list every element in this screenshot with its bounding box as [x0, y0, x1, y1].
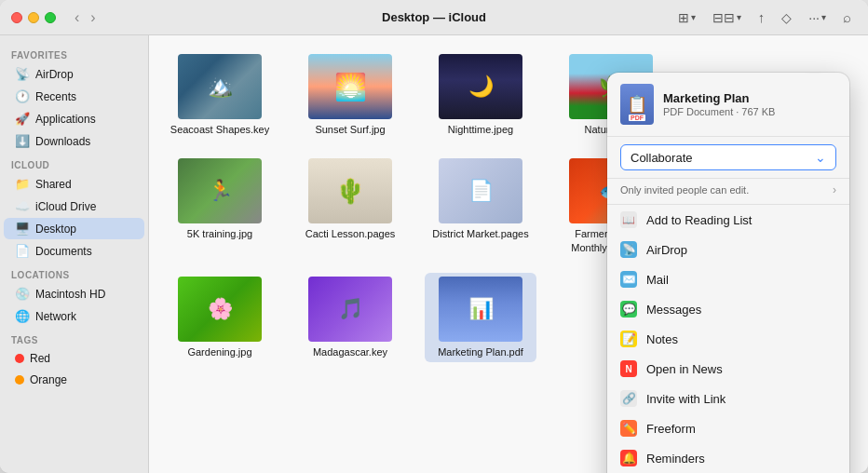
- minimize-button[interactable]: [28, 12, 39, 23]
- file-thumb-seacoast: [178, 54, 262, 119]
- sidebar-section-icloud: iCloud: [0, 153, 148, 172]
- collaborate-select[interactable]: Collaborate ⌄: [620, 144, 836, 170]
- shared-icon: 📁: [15, 177, 30, 191]
- popup-file-name: Marketing Plan: [663, 91, 836, 105]
- popup-file-info: Marketing Plan PDF Document · 767 KB: [663, 91, 836, 117]
- sidebar-item-network[interactable]: 🌐 Network: [4, 305, 144, 327]
- sidebar-item-recents[interactable]: 🕐 Recents: [4, 86, 144, 107]
- messages-label: Messages: [646, 303, 701, 317]
- menu-item-invite-link[interactable]: 🔗 Invite with Link: [607, 384, 849, 413]
- file-thumb-cacti: [308, 158, 392, 223]
- reading-list-icon: 📖: [620, 211, 637, 228]
- popup-collaborate-row: Collaborate ⌄: [607, 137, 849, 179]
- sidebar-item-desktop[interactable]: 🖥️ Desktop: [4, 218, 144, 239]
- file-thumb-sunset: [308, 54, 392, 119]
- file-thumb-marketing: [439, 277, 522, 342]
- search-button[interactable]: ⌕: [837, 7, 857, 28]
- downloads-icon: ⬇️: [15, 134, 30, 148]
- menu-item-messages[interactable]: 💬 Messages: [607, 294, 849, 324]
- sidebar-label-tag-orange: Orange: [30, 373, 67, 386]
- sidebar-item-shared[interactable]: 📁 Shared: [4, 173, 144, 195]
- sidebar-item-airdrop[interactable]: 📡 AirDrop: [4, 63, 144, 85]
- view-toggle-button[interactable]: ⊟⊟ ▾: [707, 7, 747, 28]
- file-item-district[interactable]: District Market.pages: [425, 155, 536, 258]
- sidebar-label-documents: Documents: [35, 245, 92, 258]
- popup-file-icon: 📋: [620, 84, 654, 125]
- back-button[interactable]: ‹: [71, 7, 83, 28]
- sidebar-item-tag-orange[interactable]: Orange: [4, 370, 144, 390]
- menu-item-open-in-news[interactable]: N Open in News: [607, 354, 849, 384]
- freeform-label: Freeform: [646, 422, 696, 436]
- menu-item-freeform[interactable]: ✏️ Freeform: [607, 413, 849, 443]
- file-item-madagascar[interactable]: Madagascar.key: [294, 273, 406, 362]
- popup-invite-hint[interactable]: Only invited people can edit. ›: [607, 179, 849, 205]
- network-icon: 🌐: [15, 309, 30, 323]
- nav-buttons: ‹ ›: [71, 7, 100, 28]
- file-thumb-district: [439, 158, 522, 223]
- collaborate-label: Collaborate: [631, 151, 693, 165]
- menu-item-reading-list[interactable]: 📖 Add to Reading List: [607, 205, 849, 235]
- airdrop-icon: 📡: [15, 67, 30, 81]
- menu-item-mail[interactable]: ✉️ Mail: [607, 264, 849, 294]
- file-item-sunset[interactable]: Sunset Surf.jpg: [294, 50, 406, 140]
- tag-icon: ◇: [781, 10, 792, 25]
- traffic-lights: [11, 12, 56, 23]
- sidebar-label-tag-red: Red: [30, 352, 50, 365]
- sidebar-label-downloads: Downloads: [35, 135, 90, 148]
- file-item-nighttime[interactable]: Nighttime.jpeg: [425, 50, 536, 140]
- documents-icon: 📄: [15, 244, 30, 258]
- ellipsis-icon: ···: [808, 10, 820, 25]
- mail-icon: ✉️: [620, 271, 637, 288]
- view-grid-button[interactable]: ⊞ ▾: [672, 7, 701, 28]
- tag-button[interactable]: ◇: [776, 7, 797, 28]
- freeform-icon: ✏️: [620, 420, 637, 437]
- sidebar-item-downloads[interactable]: ⬇️ Downloads: [4, 130, 144, 152]
- desktop-icon: 🖥️: [15, 222, 30, 236]
- reminders-icon: 🔔: [620, 450, 637, 466]
- list-icon: ⊟⊟: [712, 10, 735, 25]
- notes-icon: 📝: [620, 331, 637, 347]
- file-label-sunset: Sunset Surf.jpg: [315, 123, 385, 136]
- dropdown-arrow-icon: ⌄: [815, 150, 826, 165]
- recents-icon: 🕐: [15, 89, 30, 103]
- share-icon: ↑: [758, 9, 766, 25]
- close-button[interactable]: [11, 12, 22, 23]
- window-title: Desktop — iCloud: [382, 10, 486, 24]
- forward-button[interactable]: ›: [87, 7, 99, 28]
- airdrop-menu-label: AirDrop: [646, 243, 687, 257]
- share-button[interactable]: ↑: [753, 7, 771, 28]
- menu-item-notes[interactable]: 📝 Notes: [607, 324, 849, 354]
- sidebar-section-favorites: Favorites: [0, 43, 148, 62]
- messages-icon: 💬: [620, 301, 637, 318]
- sidebar-label-icloud-drive: iCloud Drive: [35, 200, 96, 213]
- sidebar-label-shared: Shared: [35, 178, 72, 191]
- reading-list-label: Add to Reading List: [646, 213, 752, 227]
- menu-item-airdrop[interactable]: 📡 AirDrop: [607, 235, 849, 264]
- maximize-button[interactable]: [45, 12, 56, 23]
- tag-orange-dot: [15, 375, 24, 385]
- titlebar: ‹ › Desktop — iCloud ⊞ ▾ ⊟⊟ ▾ ↑ ◇ ··· ▾: [0, 0, 868, 35]
- sidebar-item-applications[interactable]: 🚀 Applications: [4, 108, 144, 129]
- file-item-5k[interactable]: 5K training.jpg: [164, 155, 276, 258]
- menu-item-reminders[interactable]: 🔔 Reminders: [607, 443, 849, 473]
- file-item-cacti[interactable]: Cacti Lesson.pages: [294, 155, 406, 258]
- file-item-gardening[interactable]: Gardening.jpg: [164, 273, 276, 362]
- sidebar-item-tag-red[interactable]: Red: [4, 348, 144, 369]
- sidebar-item-macintosh-hd[interactable]: 💿 Macintosh HD: [4, 283, 144, 304]
- sidebar-item-icloud-drive[interactable]: ☁️ iCloud Drive: [4, 196, 144, 217]
- notes-label: Notes: [646, 332, 678, 346]
- grid-icon: ⊞: [678, 10, 689, 25]
- sidebar-item-documents[interactable]: 📄 Documents: [4, 240, 144, 262]
- file-label-nighttime: Nighttime.jpeg: [448, 123, 513, 136]
- file-item-seacoast[interactable]: Seacoast Shapes.key: [164, 50, 276, 140]
- file-label-gardening: Gardening.jpg: [187, 345, 251, 358]
- popup-header: 📋 Marketing Plan PDF Document · 767 KB: [607, 73, 849, 137]
- file-label-5k: 5K training.jpg: [187, 227, 252, 240]
- sidebar-label-recents: Recents: [35, 90, 76, 103]
- sidebar: Favorites 📡 AirDrop 🕐 Recents 🚀 Applicat…: [0, 35, 149, 473]
- search-icon: ⌕: [843, 9, 851, 25]
- content-area: Seacoast Shapes.key Sunset Surf.jpg Nigh…: [149, 35, 868, 473]
- more-button[interactable]: ··· ▾: [803, 7, 832, 28]
- file-item-marketing[interactable]: Marketing Plan.pdf: [425, 273, 536, 362]
- news-icon: N: [620, 360, 637, 377]
